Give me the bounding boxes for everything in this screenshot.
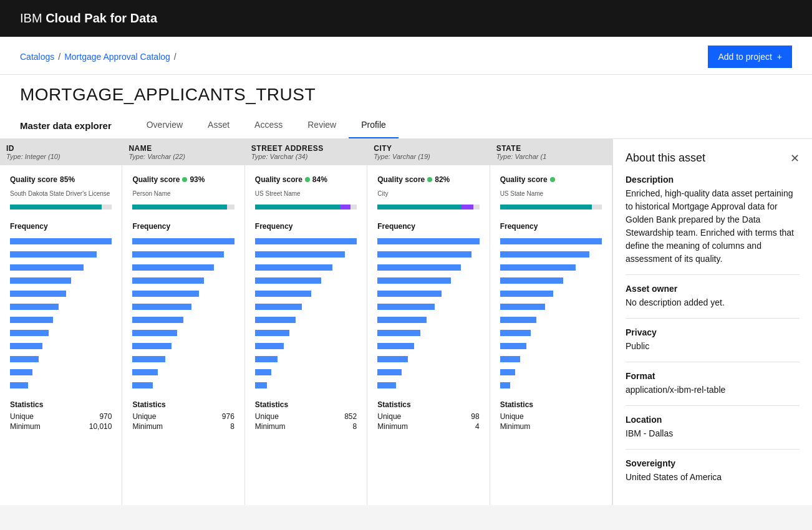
about-field-label: Asset owner: [626, 284, 800, 294]
tab-overview[interactable]: Overview: [134, 112, 195, 138]
stats-label: Statistics: [255, 400, 357, 409]
breadcrumb-sep1: /: [58, 52, 60, 62]
freq-bar: [10, 356, 39, 362]
about-section-5: Sovereignty United States of America: [626, 449, 800, 493]
freq-bar-row: [377, 291, 479, 297]
about-field-value: application/x-ibm-rel-table: [626, 383, 800, 397]
freq-bar-row: [377, 304, 479, 310]
about-header: About this asset ✕: [626, 152, 800, 165]
stats-label: Statistics: [377, 400, 479, 409]
stat-row: Unique: [500, 412, 602, 422]
freq-bar: [500, 264, 576, 271]
about-field-value: Public: [626, 340, 800, 353]
freq-bar: [377, 277, 451, 284]
freq-bar-row: [255, 277, 357, 284]
about-section-2: Privacy Public: [626, 318, 800, 362]
freq-bar-row: [500, 369, 602, 375]
breadcrumb-catalogs[interactable]: Catalogs: [20, 52, 54, 62]
stat-value: 4: [475, 422, 480, 431]
stat-row: Unique98: [377, 412, 479, 422]
quality-value: 82%: [435, 175, 450, 184]
about-field-value: United States of America: [626, 471, 800, 484]
freq-bar-row: [377, 277, 479, 284]
quality-label: Quality score: [255, 175, 302, 184]
tab-profile[interactable]: Profile: [349, 112, 399, 138]
freq-bar: [10, 264, 84, 271]
progress-bar-fill: [227, 205, 234, 210]
freq-bar: [132, 304, 191, 310]
close-about-panel-button[interactable]: ✕: [790, 153, 800, 164]
freq-bar: [500, 382, 510, 388]
freq-bar-row: [500, 291, 602, 297]
freq-bar-row: [10, 238, 112, 244]
freq-bar-row: [500, 382, 602, 388]
freq-bar-row: [377, 330, 479, 336]
stat-row: Minimum8: [132, 422, 234, 431]
freq-bar-row: [132, 317, 234, 323]
freq-bar-row: [132, 382, 234, 388]
quality-row: Quality score: [500, 175, 602, 184]
freq-bar-row: [10, 343, 112, 349]
tab-review[interactable]: Review: [295, 112, 349, 138]
freq-bar: [500, 291, 553, 297]
freq-bar: [132, 251, 224, 258]
freq-bar-row: [132, 264, 234, 271]
tab-asset[interactable]: Asset: [195, 112, 242, 138]
stat-row: Unique970: [10, 412, 112, 422]
freq-bar: [377, 382, 395, 388]
freq-bar-row: [132, 330, 234, 336]
freq-bar: [132, 238, 234, 244]
freq-bar: [377, 251, 471, 258]
col-name: ID: [6, 144, 115, 153]
breadcrumb-catalog[interactable]: Mortgage Approval Catalog: [64, 52, 170, 62]
freq-bar-row: [255, 382, 357, 388]
freq-bar: [500, 343, 526, 349]
breadcrumb: Catalogs / Mortgage Approval Catalog /: [20, 52, 176, 68]
about-section-3: Format application/x-ibm-rel-table: [626, 362, 800, 405]
stat-row: Minimum8: [255, 422, 357, 431]
freq-bar: [255, 251, 345, 258]
freq-bar: [500, 369, 516, 375]
freq-bar: [10, 343, 42, 349]
freq-bar-row: [500, 317, 602, 323]
stats-section: StatisticsUnique852Minimum8: [255, 400, 357, 431]
progress-bar: [377, 205, 479, 210]
quality-row: Quality score82%: [377, 175, 479, 184]
master-data-explorer-label: Master data explorer: [20, 113, 127, 138]
freq-bar: [10, 277, 71, 284]
freq-bar-row: [10, 369, 112, 375]
progress-bar-fill: [377, 205, 461, 210]
add-to-project-button[interactable]: Add to project +: [708, 46, 792, 68]
data-column-0: IDType: Integer (10)Quality score85%Sout…: [0, 139, 122, 505]
freq-bar-row: [10, 251, 112, 258]
stat-value: 10,010: [89, 422, 112, 431]
stat-row: Minimum10,010: [10, 422, 112, 431]
freq-bar: [500, 238, 602, 244]
data-column-1: NAMEType: Varchar (22)Quality score93%Pe…: [122, 139, 244, 505]
data-column-2: STREET ADDRESSType: Varchar (34)Quality …: [245, 139, 367, 505]
tab-access[interactable]: Access: [242, 112, 295, 138]
col-type: Type: Varchar (1: [496, 153, 606, 160]
stat-label: Minimum: [377, 422, 408, 431]
freq-bar-row: [500, 343, 602, 349]
freq-bar-row: [255, 317, 357, 323]
freq-bar: [255, 356, 278, 362]
freq-bar: [377, 291, 442, 297]
quality-value: 85%: [60, 175, 75, 184]
freq-bar: [500, 317, 537, 323]
main-area: IDType: Integer (10)Quality score85%Sout…: [0, 139, 812, 505]
freq-bar: [500, 304, 545, 310]
stats-label: Statistics: [132, 400, 234, 409]
progress-bar: [10, 205, 112, 210]
freq-bar: [10, 238, 112, 244]
freq-bar: [132, 277, 203, 284]
stat-label: Minimum: [500, 422, 531, 431]
freq-bar: [132, 291, 198, 297]
freq-bar-row: [255, 369, 357, 375]
quality-value: 93%: [190, 175, 205, 184]
freq-bar-row: [255, 356, 357, 362]
freq-bar: [255, 343, 284, 349]
quality-subtext: Person Name: [132, 190, 234, 197]
freq-bar-row: [10, 304, 112, 310]
stat-row: Minimum4: [377, 422, 479, 431]
